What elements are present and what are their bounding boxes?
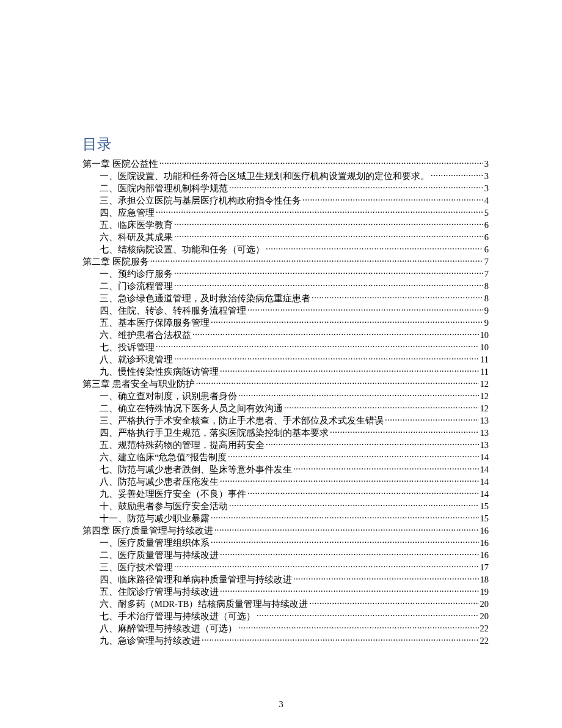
toc-entry-text: 二、医院内部管理机制科学规范: [100, 182, 228, 194]
toc-entry-page: 6: [484, 243, 489, 256]
toc-entry-page: 12: [480, 402, 489, 414]
toc-entry-page: 15: [480, 512, 489, 524]
toc-entry-text: 一、医院设置、功能和任务符合区域卫生规划和医疗机构设置规划的定位和要求。: [100, 170, 429, 182]
toc-entry-page: 22: [480, 622, 489, 634]
toc-entry-text: 四、住院、转诊、转科服务流程管理: [100, 304, 246, 317]
toc-entry[interactable]: 六、维护患者合法权益10: [82, 329, 489, 341]
toc-entry-text: 三、医疗技术管理: [100, 561, 173, 573]
toc-entry[interactable]: 五、规范特殊药物的管理，提高用药安全13: [82, 439, 489, 451]
toc-title: 目录: [82, 134, 489, 154]
toc-entry[interactable]: 八、麻醉管理与持续改进（可选） 22: [82, 622, 489, 634]
toc-entry-text: 四、应急管理: [100, 207, 155, 219]
toc-leader: [211, 513, 479, 522]
toc-entry-page: 3: [484, 158, 489, 170]
toc-entry-text: 八、防范与减少患者压疮发生: [100, 476, 219, 488]
toc-entry-text: 四、严格执行手卫生规范，落实医院感染控制的基本要求: [100, 427, 329, 439]
toc-entry-page: 14: [480, 463, 489, 476]
toc-entry[interactable]: 六、建立临床“危急值”报告制度14: [82, 451, 489, 463]
toc-entry[interactable]: 三、急诊绿色通道管理，及时救治传染病危重症患者8: [82, 292, 489, 304]
toc-entry[interactable]: 八、防范与减少患者压疮发生14: [82, 476, 489, 488]
toc-entry[interactable]: 二、医院内部管理机制科学规范3: [82, 182, 489, 194]
toc-entry-text: 七、手术治疗管理与持续改进（可选）: [100, 610, 255, 622]
toc-entry[interactable]: 六、耐多药（MDR-TB）结核病质量管理与持续改进20: [82, 598, 489, 610]
toc-leader: [174, 268, 483, 278]
toc-entry[interactable]: 九、慢性传染性疾病随访管理11: [82, 366, 489, 378]
toc-leader: [214, 525, 479, 534]
toc-entry[interactable]: 三、严格执行手术安全核查，防止手术患者、手术部位及术式发生错误13: [82, 414, 489, 427]
toc-leader: [257, 611, 479, 620]
toc-entry[interactable]: 四、住院、转诊、转科服务流程管理9: [82, 304, 489, 317]
toc-entry[interactable]: 四、临床路径管理和单病种质量管理与持续改进18: [82, 573, 489, 586]
toc-entry[interactable]: 七、投诉管理10: [82, 341, 489, 353]
toc-entry-page: 8: [484, 280, 489, 292]
toc-entry-text: 七、防范与减少患者跌倒、坠床等意外事件发生: [100, 463, 292, 476]
toc-entry[interactable]: 七、手术治疗管理与持续改进（可选） 20: [82, 610, 489, 622]
toc-leader: [266, 439, 479, 449]
toc-leader: [156, 342, 479, 351]
toc-entry[interactable]: 七、防范与减少患者跌倒、坠床等意外事件发生14: [82, 463, 489, 476]
toc-leader: [156, 207, 483, 216]
toc-entry[interactable]: 四、严格执行手卫生规范，落实医院感染控制的基本要求13: [82, 427, 489, 439]
toc-entry[interactable]: 三、承担公立医院与基层医疗机构政府指令性任务4: [82, 194, 489, 207]
toc-entry[interactable]: 第四章 医疗质量管理与持续改进16: [82, 524, 489, 537]
toc-leader: [293, 464, 479, 473]
toc-entry[interactable]: 九、急诊管理与持续改进22: [82, 634, 489, 647]
toc-entry[interactable]: 七、结核病院设置、功能和任务（可选）6: [82, 243, 489, 256]
toc-entry-page: 16: [480, 549, 489, 561]
toc-leader: [312, 293, 483, 302]
toc-leader: [284, 403, 479, 412]
toc-entry-text: 六、建立临床“危急值”报告制度: [100, 451, 227, 463]
toc-entry-text: 五、规范特殊药物的管理，提高用药安全: [100, 439, 265, 451]
toc-entry[interactable]: 一、确立查对制度，识别患者身份12: [82, 390, 489, 402]
toc-leader: [309, 598, 478, 608]
toc-entry-text: 三、承担公立医院与基层医疗机构政府指令性任务: [100, 194, 301, 207]
toc-leader: [211, 537, 479, 546]
toc-entry-text: 三、急诊绿色通道管理，及时救治传染病危重症患者: [100, 292, 310, 304]
toc-entry[interactable]: 第三章 患者安全与职业防护12: [82, 378, 489, 390]
toc-entry[interactable]: 一、医疗质量管理组织体系16: [82, 537, 489, 549]
toc-leader: [174, 232, 483, 241]
toc-entry[interactable]: 第一章 医院公益性3: [82, 158, 489, 170]
toc-leader: [431, 171, 483, 180]
toc-entry-text: 二、医疗质量管理与持续改进: [100, 549, 219, 561]
toc-entry[interactable]: 五、临床医学教育6: [82, 219, 489, 231]
toc-entry[interactable]: 三、医疗技术管理17: [82, 561, 489, 573]
toc-entry-text: 第三章 患者安全与职业防护: [82, 378, 195, 390]
toc-entry-text: 六、科研及其成果: [100, 231, 173, 243]
toc-entry[interactable]: 第二章 医院服务7: [82, 256, 489, 268]
toc-entry-text: 六、维护患者合法权益: [100, 329, 191, 341]
toc-body: 第一章 医院公益性3一、医院设置、功能和任务符合区域卫生规划和医疗机构设置规划的…: [82, 158, 489, 647]
toc-entry-text: 十、鼓励患者参与医疗安全活动: [100, 500, 228, 512]
toc-entry-page: 16: [480, 537, 489, 549]
toc-entry-page: 17: [480, 561, 489, 573]
toc-entry-text: 一、确立查对制度，识别患者身份: [100, 390, 237, 402]
toc-entry[interactable]: 十一、防范与减少职业暴露15: [82, 512, 489, 524]
toc-entry-page: 16: [480, 524, 489, 537]
toc-leader: [159, 158, 483, 167]
toc-entry[interactable]: 四、应急管理5: [82, 207, 489, 219]
toc-entry-text: 五、临床医学教育: [100, 219, 173, 231]
toc-entry[interactable]: 五、基本医疗保障服务管理9: [82, 317, 489, 329]
toc-entry[interactable]: 八、就诊环境管理11: [82, 353, 489, 366]
toc-leader: [302, 195, 483, 204]
toc-entry-text: 六、耐多药（MDR-TB）结核病质量管理与持续改进: [100, 598, 308, 610]
toc-entry-page: 11: [480, 353, 489, 366]
toc-leader: [293, 574, 479, 583]
toc-entry[interactable]: 九、妥善处理医疗安全（不良）事件14: [82, 488, 489, 500]
toc-entry[interactable]: 二、确立在特殊情况下医务人员之间有效沟通12: [82, 402, 489, 414]
toc-leader: [211, 317, 483, 326]
toc-entry[interactable]: 二、医疗质量管理与持续改进16: [82, 549, 489, 561]
toc-entry[interactable]: 十、鼓励患者参与医疗安全活动15: [82, 500, 489, 512]
toc-entry[interactable]: 一、预约诊疗服务7: [82, 268, 489, 280]
toc-entry[interactable]: 五、住院诊疗管理与持续改进19: [82, 586, 489, 598]
toc-entry[interactable]: 六、科研及其成果6: [82, 231, 489, 243]
toc-leader: [174, 281, 483, 290]
toc-leader: [174, 562, 479, 571]
toc-entry[interactable]: 一、医院设置、功能和任务符合区域卫生规划和医疗机构设置规划的定位和要求。 3: [82, 170, 489, 182]
toc-entry-text: 一、医疗质量管理组织体系: [100, 537, 210, 549]
toc-leader: [238, 623, 479, 632]
toc-entry-page: 10: [480, 329, 489, 341]
toc-entry-text: 十一、防范与减少职业暴露: [100, 512, 210, 524]
toc-entry[interactable]: 二、门诊流程管理8: [82, 280, 489, 292]
toc-entry-text: 四、临床路径管理和单病种质量管理与持续改进: [100, 573, 292, 586]
